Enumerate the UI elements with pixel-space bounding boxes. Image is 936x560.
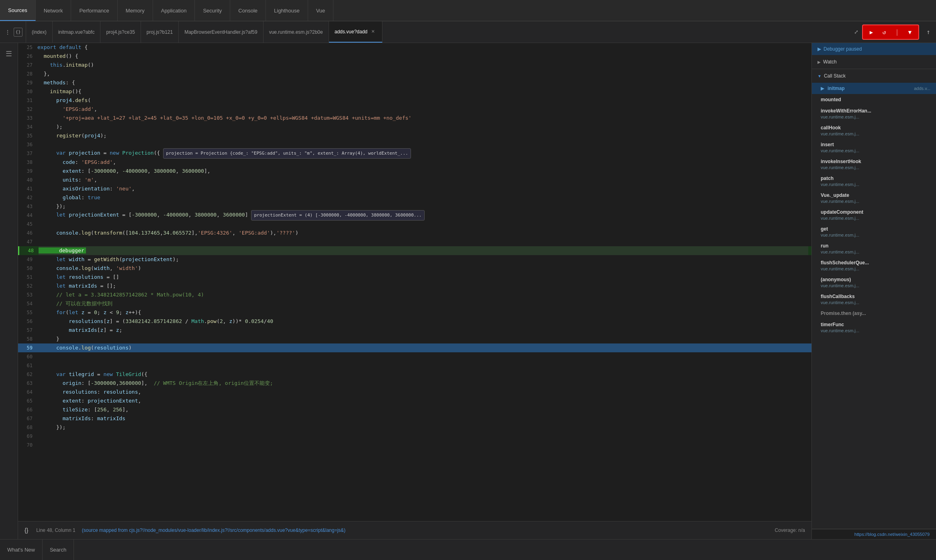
callstack-func-get: get bbox=[821, 226, 930, 232]
expand-icon[interactable]: ⤢ bbox=[852, 28, 860, 37]
code-line-55: 55 for(let z = 0; z < 9; z++){ bbox=[18, 308, 811, 317]
code-content[interactable]: 25 export default { 26 mounted() { 27 th… bbox=[18, 43, 811, 521]
more-options-button[interactable]: ▼ bbox=[905, 27, 915, 37]
callstack-item-flushscheduler[interactable]: flushSchedulerQue... vue.runtime.esm.j..… bbox=[812, 257, 936, 274]
code-line-48: 48 debugger bbox=[18, 246, 811, 255]
callstack-func-flushcallbacks: flushCallbacks bbox=[821, 294, 930, 299]
callstack-item-invokeinsert[interactable]: invokeInsertHook vue.runtime.esm.j... bbox=[812, 156, 936, 173]
resume-button[interactable]: ▶ bbox=[866, 27, 877, 37]
callstack-file-patch: vue.runtime.esm.j... bbox=[821, 182, 930, 187]
bottom-bar: What's New Search bbox=[0, 539, 936, 560]
nav-tab-sources[interactable]: Sources bbox=[0, 0, 36, 21]
up-arrow-icon[interactable]: ↑ bbox=[924, 28, 933, 37]
callstack-func-invokeinsert: invokeInsertHook bbox=[821, 159, 930, 164]
nav-tab-security[interactable]: Security bbox=[195, 0, 230, 21]
nav-tab-vue[interactable]: Vue bbox=[308, 0, 334, 21]
callstack-func-anonymous: (anonymous) bbox=[821, 277, 930, 282]
code-line-62: 62 var tilegrid = new TileGrid({ bbox=[18, 370, 811, 379]
nav-tab-lighthouse[interactable]: Lighthouse bbox=[266, 0, 308, 21]
code-editor: 25 export default { 26 mounted() { 27 th… bbox=[18, 43, 811, 539]
file-tab-adds-close[interactable]: ✕ bbox=[370, 29, 376, 35]
watch-section: ▶ Watch bbox=[812, 55, 936, 69]
three-dots-icon[interactable]: ⋮ bbox=[3, 28, 12, 37]
sidebar-expand-icon[interactable]: ☰ bbox=[2, 46, 16, 61]
nav-tab-network[interactable]: Network bbox=[36, 0, 72, 21]
bottom-tab-whatsnew[interactable]: What's New bbox=[0, 540, 43, 560]
debugger-paused-banner: ▶ Debugger paused bbox=[812, 43, 936, 55]
callstack-file-updatecomponent: vue.runtime.esm.j... bbox=[821, 216, 930, 221]
callstack-item-invokeerror[interactable]: invokeWithErrorHan... vue.runtime.esm.j.… bbox=[812, 105, 936, 122]
callstack-func-vueupdate: Vue._update bbox=[821, 192, 930, 198]
callstack-item-mounted[interactable]: mounted bbox=[812, 94, 936, 105]
stepover-button[interactable]: ↺ bbox=[879, 27, 889, 37]
code-line-56: 56 resolutions[z] = (33482142.857142862 … bbox=[18, 317, 811, 326]
callstack-func-callhook: callHook bbox=[821, 125, 930, 131]
callstack-file-flushcallbacks: vue.runtime.esm.j... bbox=[821, 300, 930, 305]
code-line-41: 41 axisOrientation: 'neu', bbox=[18, 184, 811, 193]
callstack-item-patch[interactable]: patch vue.runtime.esm.j... bbox=[812, 173, 936, 190]
file-tabs-bar: ⋮ {} (index) initmap.vue?abfc proj4.js?c… bbox=[0, 21, 936, 43]
file-tab-mapbrowser[interactable]: MapBrowserEventHandler.js?af59 bbox=[179, 21, 263, 43]
file-tab-initmap[interactable]: initmap.vue?abfc bbox=[53, 21, 101, 43]
callstack-file-invokeerror: vue.runtime.esm.j... bbox=[821, 114, 930, 119]
code-line-27: 27 this.initmap() bbox=[18, 61, 811, 69]
code-line-49: 49 let width = getWidth(projectionExtent… bbox=[18, 255, 811, 264]
main-area: ☰ 25 export default { 26 mounted() { 27 … bbox=[0, 43, 936, 539]
code-line-50: 50 console.log(width, 'width') bbox=[18, 264, 811, 273]
code-line-32: 32 'EPSG:add', bbox=[18, 105, 811, 114]
nav-tab-performance[interactable]: Performance bbox=[71, 0, 117, 21]
callstack-func-patch: patch bbox=[821, 176, 930, 181]
file-tab-vueruntime[interactable]: vue.runtime.esm.js?2b0e bbox=[264, 21, 329, 43]
bottom-tab-search[interactable]: Search bbox=[43, 540, 74, 560]
file-tab-proj4[interactable]: proj4.js?ce35 bbox=[100, 21, 141, 43]
file-tabs: (index) initmap.vue?abfc proj4.js?ce35 p… bbox=[26, 21, 848, 43]
nav-tab-application[interactable]: Application bbox=[153, 0, 195, 21]
watch-header[interactable]: ▶ Watch bbox=[812, 55, 936, 69]
code-line-54: 54 // 可以在元数据中找到 bbox=[18, 299, 811, 308]
code-line-53: 53 // let a = 3.3482142857142862 * Math.… bbox=[18, 290, 811, 299]
pause-icon: ▶ bbox=[817, 46, 821, 52]
callstack-item-timerfunc[interactable]: timerFunc vue.runtime.esm.j... bbox=[812, 319, 936, 336]
callstack-section: ▼ Call Stack ▶ initmap adds.v... mounted bbox=[812, 69, 936, 529]
callstack-item-updatecomponent[interactable]: updateComponent vue.runtime.esm.j... bbox=[812, 206, 936, 223]
callstack-item-insert[interactable]: insert vue.runtime.esm.j... bbox=[812, 139, 936, 156]
callstack-header[interactable]: ▼ Call Stack bbox=[812, 69, 936, 83]
code-line-52: 52 let matrixIds = []; bbox=[18, 282, 811, 290]
callstack-item-promisethen[interactable]: Promise.then (asy... bbox=[812, 308, 936, 319]
url-text[interactable]: https://blog.csdn.net/weixin_43055079 bbox=[854, 532, 930, 537]
url-bar: https://blog.csdn.net/weixin_43055079 bbox=[812, 529, 936, 539]
callstack-item-callhook[interactable]: callHook vue.runtime.esm.j... bbox=[812, 122, 936, 139]
code-line-70: 70 bbox=[18, 441, 811, 450]
callstack-item-vueupdate[interactable]: Vue._update vue.runtime.esm.j... bbox=[812, 190, 936, 206]
callstack-item-get[interactable]: get vue.runtime.esm.j... bbox=[812, 223, 936, 240]
callstack-func-mounted: mounted bbox=[821, 97, 930, 102]
nav-tab-console[interactable]: Console bbox=[230, 0, 266, 21]
debug-toolbar: ▶ ↺ | ▼ bbox=[862, 25, 919, 40]
callstack-func-promisethen: Promise.then (asy... bbox=[821, 311, 930, 316]
callstack-item-run[interactable]: run vue.runtime.esm.j... bbox=[812, 240, 936, 257]
callstack-item-anonymous[interactable]: (anonymous) vue.runtime.esm.j... bbox=[812, 274, 936, 291]
callstack-func-insert: insert bbox=[821, 142, 930, 147]
callstack-file-timerfunc: vue.runtime.esm.j... bbox=[821, 328, 930, 333]
callstack-file-flushscheduler: vue.runtime.esm.j... bbox=[821, 266, 930, 271]
top-nav-bar: Sources Network Performance Memory Appli… bbox=[0, 0, 936, 21]
code-line-29: 29 methods: { bbox=[18, 78, 811, 87]
nav-tab-memory[interactable]: Memory bbox=[118, 0, 153, 21]
callstack-arrow-icon: ▼ bbox=[817, 74, 822, 78]
code-line-67: 67 matrixIds: matrixIds bbox=[18, 414, 811, 423]
callstack-item-flushcallbacks[interactable]: flushCallbacks vue.runtime.esm.j... bbox=[812, 291, 936, 308]
coverage-info: Coverage: n/a bbox=[775, 527, 805, 533]
callstack-func-invokeerror: invokeWithErrorHan... bbox=[821, 108, 930, 114]
code-line-34: 34 ); bbox=[18, 123, 811, 131]
watch-arrow-icon: ▶ bbox=[817, 60, 821, 64]
code-line-46: 46 console.log(transform([104.137465,34.… bbox=[18, 229, 811, 237]
file-tree-icon[interactable]: {} bbox=[14, 28, 22, 37]
file-tab-adds[interactable]: adds.vue?dadd ✕ bbox=[329, 21, 382, 43]
watch-label: Watch bbox=[823, 59, 837, 65]
code-line-37: 37 var projection = new Projection({proj… bbox=[18, 149, 811, 158]
callstack-item-initmap[interactable]: ▶ initmap adds.v... bbox=[812, 83, 936, 94]
toolbar-separator: | bbox=[892, 27, 902, 37]
file-tab-proj[interactable]: proj.js?b121 bbox=[141, 21, 179, 43]
status-bar: {} Line 48, Column 1 (source mapped from… bbox=[18, 521, 811, 539]
file-tab-index[interactable]: (index) bbox=[26, 21, 53, 43]
